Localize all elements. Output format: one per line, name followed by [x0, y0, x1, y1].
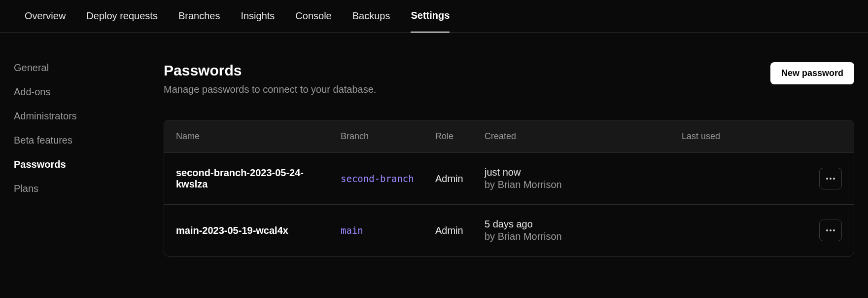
sidebar-item-administrators[interactable]: Administrators: [14, 111, 164, 122]
more-icon: [826, 178, 835, 180]
tab-settings[interactable]: Settings: [411, 0, 450, 33]
tab-overview[interactable]: Overview: [25, 0, 66, 33]
sidebar-item-general[interactable]: General: [14, 62, 164, 74]
passwords-table: Name Branch Role Created Last used secon…: [164, 120, 854, 257]
sidebar-item-plans[interactable]: Plans: [14, 183, 164, 194]
page-title: Passwords: [164, 62, 376, 79]
cell-created: just now by Brian Morrison: [485, 167, 682, 190]
created-time: just now: [485, 167, 682, 178]
row-actions-button[interactable]: [819, 220, 842, 241]
created-time: 5 days ago: [485, 219, 682, 230]
tab-deploy-requests[interactable]: Deploy requests: [86, 0, 158, 33]
new-password-button[interactable]: New password: [770, 62, 854, 84]
page-subtitle: Manage passwords to connect to your data…: [164, 84, 376, 95]
created-by: by Brian Morrison: [485, 179, 682, 190]
tab-console[interactable]: Console: [295, 0, 331, 33]
top-nav: Overview Deploy requests Branches Insigh…: [0, 0, 868, 33]
cell-role: Admin: [435, 225, 485, 236]
cell-name[interactable]: main-2023-05-19-wcal4x: [176, 225, 341, 236]
column-header-name: Name: [176, 131, 341, 142]
sidebar-item-addons[interactable]: Add-ons: [14, 86, 164, 98]
sidebar-item-passwords[interactable]: Passwords: [14, 159, 164, 170]
settings-sidebar: General Add-ons Administrators Beta feat…: [0, 62, 164, 257]
row-actions-button[interactable]: [819, 168, 842, 189]
content-wrapper: General Add-ons Administrators Beta feat…: [0, 33, 868, 257]
cell-branch[interactable]: second-branch: [341, 173, 435, 184]
tab-insights[interactable]: Insights: [241, 0, 275, 33]
cell-role: Admin: [435, 173, 485, 185]
table-row: main-2023-05-19-wcal4x main Admin 5 days…: [164, 205, 854, 256]
cell-name[interactable]: second-branch-2023-05-24-kwslza: [176, 167, 341, 190]
table-header: Name Branch Role Created Last used: [164, 120, 854, 153]
main-content: Passwords Manage passwords to connect to…: [164, 62, 868, 257]
cell-branch[interactable]: main: [341, 225, 435, 236]
column-header-role: Role: [435, 131, 485, 142]
page-header: Passwords Manage passwords to connect to…: [164, 62, 854, 95]
tab-branches[interactable]: Branches: [178, 0, 220, 33]
sidebar-item-beta-features[interactable]: Beta features: [14, 135, 164, 146]
column-header-actions: [721, 131, 842, 142]
tab-backups[interactable]: Backups: [352, 0, 390, 33]
more-icon: [826, 229, 835, 231]
cell-created: 5 days ago by Brian Morrison: [485, 219, 682, 242]
column-header-branch: Branch: [341, 131, 435, 142]
created-by: by Brian Morrison: [485, 231, 682, 242]
column-header-created: Created: [485, 131, 682, 142]
page-header-text: Passwords Manage passwords to connect to…: [164, 62, 376, 95]
column-header-last-used: Last used: [682, 131, 721, 142]
table-row: second-branch-2023-05-24-kwslza second-b…: [164, 153, 854, 205]
